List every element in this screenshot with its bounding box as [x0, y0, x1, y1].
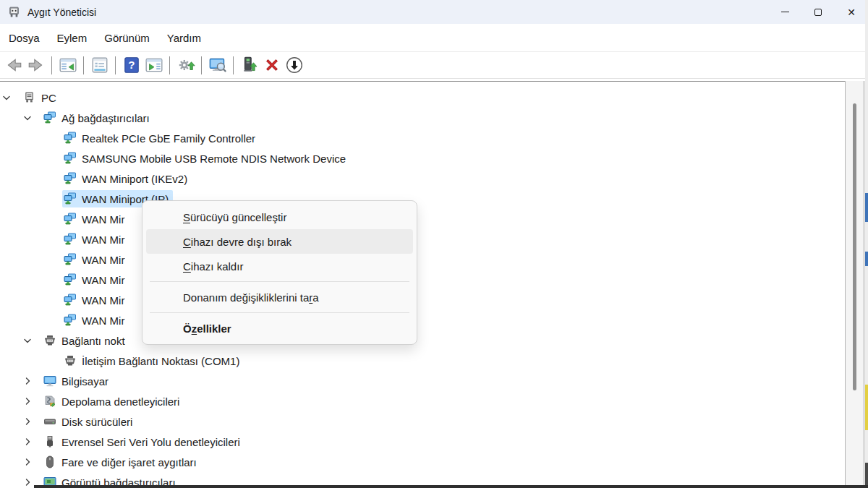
- tree-item-content[interactable]: Bağlantı nokt: [42, 332, 129, 349]
- tree-item[interactable]: WAN Miniport (IKEv2): [0, 168, 845, 189]
- tree-item[interactable]: WAN Mir: [0, 249, 845, 270]
- tree-item-content[interactable]: Depolama denetleyicileri: [42, 393, 184, 410]
- disable-device-button[interactable]: [283, 54, 305, 77]
- tree-item[interactable]: Fare ve diğer işaret aygıtları: [0, 452, 845, 472]
- network-adapter-icon: [64, 213, 77, 226]
- tree-item-label: WAN Mir: [82, 213, 124, 226]
- scan-hardware-changes-button[interactable]: [206, 54, 229, 77]
- uninstall-device-menu-item[interactable]: Cihazı kaldır: [146, 254, 413, 278]
- tree-item-content[interactable]: İletişim Bağlantı Noktası (COM1): [62, 352, 244, 369]
- tree-item[interactable]: Realtek PCIe GbE Family Controller: [0, 128, 845, 148]
- tree-item[interactable]: Depolama denetleyicileri: [0, 391, 845, 411]
- serial-port-icon: [64, 354, 77, 367]
- maximize-icon: [814, 9, 822, 16]
- chevron-right-icon[interactable]: [22, 395, 33, 407]
- console-tree-toggle-button[interactable]: [56, 54, 79, 77]
- network-adapter-icon: [64, 273, 77, 286]
- maximize-button[interactable]: [801, 0, 835, 24]
- uninstall-device-button[interactable]: [260, 54, 283, 77]
- tree-item-content[interactable]: WAN Mir: [62, 251, 129, 268]
- tree-item-content[interactable]: WAN Mir: [62, 271, 129, 288]
- properties-icon: [90, 56, 109, 74]
- scan-hardware-changes-menu-item[interactable]: Donanım değişikliklerini tara: [146, 285, 413, 309]
- close-icon: ✕: [847, 7, 856, 17]
- back-icon: [4, 56, 23, 74]
- chevron-right-icon[interactable]: [22, 456, 33, 468]
- usb-controller-icon: [43, 435, 56, 448]
- chevron-right-icon[interactable]: [22, 476, 33, 488]
- forward-icon: [27, 56, 46, 74]
- properties-menu-item[interactable]: Özellikler: [146, 316, 413, 341]
- forward-button[interactable]: [25, 54, 47, 77]
- tree-item-content[interactable]: WAN Mir: [62, 291, 129, 309]
- tree-item-content[interactable]: WAN Mir: [62, 210, 129, 228]
- window-controls: ✕: [768, 0, 868, 24]
- disable-device-menu-item[interactable]: Cihazı devre dışı bırak: [146, 229, 413, 254]
- update-driver-menu-item[interactable]: Sürücüyü güncelleştir: [146, 205, 413, 229]
- tree-item[interactable]: PC: [0, 87, 845, 108]
- scrollbar-thumb[interactable]: [853, 103, 856, 390]
- tree-item-content[interactable]: WAN Mir: [62, 231, 129, 248]
- tree-item-content[interactable]: Disk sürücüleri: [42, 413, 137, 430]
- tree-item-content[interactable]: Fare ve diğer işaret aygıtları: [42, 453, 201, 471]
- update-device-driver-button[interactable]: [238, 54, 260, 77]
- tree-item-content[interactable]: Bilgisayar: [42, 372, 113, 390]
- help-button[interactable]: ?: [120, 54, 142, 77]
- menu-item-label: Sürücüyü güncelleştir: [183, 211, 286, 223]
- tree-item[interactable]: SAMSUNG Mobile USB Remote NDIS Network D…: [0, 148, 845, 168]
- scan-hardware-changes-icon: [208, 56, 227, 74]
- tree-item-content[interactable]: Ağ bağdaştırıcıları: [42, 109, 154, 127]
- tree-item-content[interactable]: PC: [22, 89, 61, 106]
- update-driver-button[interactable]: [174, 54, 197, 77]
- screen-edge-artifact: [34, 485, 868, 488]
- tree-item[interactable]: WAN Mir: [0, 290, 845, 310]
- chevron-right-icon[interactable]: [22, 416, 33, 427]
- tree-item[interactable]: Bağlantı nokt: [0, 330, 845, 351]
- tree-item[interactable]: WAN Mir: [0, 229, 845, 249]
- properties-button[interactable]: [88, 54, 111, 77]
- tree-item-content[interactable]: WAN Miniport (IKEv2): [62, 170, 192, 187]
- tree-item-content[interactable]: WAN Mir: [62, 312, 129, 329]
- toolbar: ?: [0, 51, 868, 79]
- tree-item[interactable]: WAN Miniport (IP): [0, 189, 845, 209]
- tree-item[interactable]: Evrensel Seri Veri Yolu denetleyicileri: [0, 432, 845, 452]
- chevron-right-icon[interactable]: [22, 375, 33, 387]
- minimize-button[interactable]: [768, 0, 801, 24]
- network-adapter-icon: [64, 152, 77, 165]
- menu-item-label: Cihazı kaldır: [183, 260, 243, 273]
- uninstall-icon: [263, 56, 281, 74]
- tree-item-content[interactable]: Realtek PCIe GbE Family Controller: [62, 129, 260, 147]
- console-tree-icon: [59, 56, 77, 74]
- serial-port-icon: [43, 334, 56, 347]
- view-menu[interactable]: Görünüm: [95, 32, 158, 44]
- toolbar-separator: [83, 56, 84, 74]
- network-adapter-icon: [64, 294, 77, 307]
- tree-item[interactable]: WAN Mir: [0, 310, 845, 330]
- tree-item[interactable]: Ağ bağdaştırıcıları: [0, 108, 845, 128]
- help-menu[interactable]: Yardım: [158, 32, 210, 44]
- back-button[interactable]: [2, 54, 25, 77]
- network-adapter-icon: [64, 233, 77, 246]
- chevron-down-icon[interactable]: [22, 335, 33, 346]
- chevron-down-icon[interactable]: [22, 112, 33, 124]
- tree-item-content[interactable]: SAMSUNG Mobile USB Remote NDIS Network D…: [62, 150, 350, 167]
- toolbar-separator: [169, 56, 170, 74]
- mouse-icon: [43, 455, 56, 468]
- close-button[interactable]: ✕: [835, 0, 868, 24]
- tree-item[interactable]: WAN Mir: [0, 209, 845, 229]
- vertical-scrollbar[interactable]: [845, 81, 864, 488]
- tree-item[interactable]: Bilgisayar: [0, 371, 845, 391]
- update-driver-icon: [176, 56, 195, 74]
- chevron-down-icon[interactable]: [1, 92, 12, 103]
- tree-item-content[interactable]: Evrensel Seri Veri Yolu denetleyicileri: [42, 433, 244, 450]
- tree-item[interactable]: Disk sürücüleri: [0, 411, 845, 432]
- action-pane-icon: [145, 56, 163, 74]
- tree-item-label: WAN Mir: [82, 234, 124, 246]
- tree-item[interactable]: İletişim Bağlantı Noktası (COM1): [0, 351, 845, 371]
- tree-item[interactable]: WAN Mir: [0, 270, 845, 290]
- tree-item-label: Evrensel Seri Veri Yolu denetleyicileri: [61, 436, 240, 448]
- action-menu[interactable]: Eylem: [48, 32, 96, 44]
- chevron-right-icon[interactable]: [22, 436, 33, 448]
- file-menu[interactable]: Dosya: [0, 32, 48, 44]
- action-pane-toggle-button[interactable]: [142, 54, 165, 77]
